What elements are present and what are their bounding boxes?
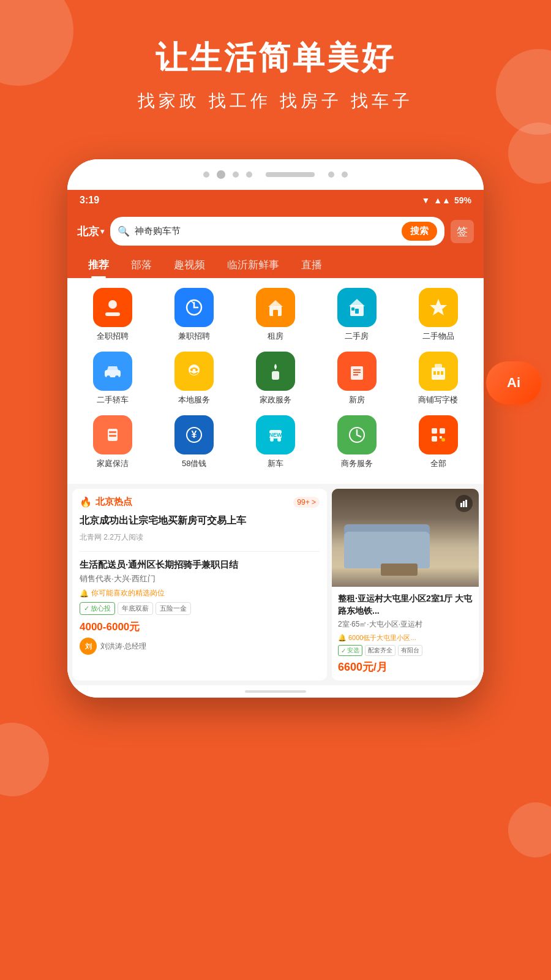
- apartment-card[interactable]: 整租·亚运村大屯里小区2室1厅 大屯路东地铁... 2室·65㎡·大屯小区·亚运…: [332, 489, 479, 680]
- secondhand-goods-icon: [419, 288, 458, 327]
- tag-五险: 五险一金: [156, 602, 191, 615]
- icon-used-car[interactable]: 二手轿车: [79, 352, 146, 405]
- header-subtitle: 找家政 找工作 找房子 找车子: [0, 89, 551, 113]
- sofa-shape: [344, 532, 430, 568]
- table-shape: [381, 564, 418, 576]
- all-label: 全部: [430, 458, 446, 469]
- svg-rect-24: [433, 371, 436, 375]
- icons-grid: 全职招聘 兼职招聘 租房: [67, 278, 484, 484]
- bg-decoration-5: [508, 802, 551, 858]
- fulltime-label: 全职招聘: [97, 331, 129, 342]
- icon-business[interactable]: 商务服务: [323, 415, 391, 469]
- svg-rect-9: [351, 307, 354, 311]
- icon-new-house[interactable]: 新房: [323, 352, 391, 405]
- recruiter-row: 刘 刘洪涛·总经理: [80, 638, 320, 655]
- phone-dot-3: [246, 172, 252, 178]
- news-header: 🔥 北京热点 99+ >: [80, 496, 320, 508]
- svg-marker-10: [430, 299, 447, 315]
- icon-all[interactable]: 全部: [405, 415, 472, 469]
- svg-text:NEW: NEW: [269, 432, 282, 438]
- svg-rect-17: [272, 371, 279, 380]
- loan-label: 58借钱: [182, 458, 206, 469]
- wifi-icon: ▼: [421, 195, 430, 205]
- icon-rent[interactable]: 租房: [242, 288, 309, 342]
- recruiter-name: 刘洪涛·总经理: [100, 641, 146, 652]
- status-time: 3:19: [80, 195, 99, 206]
- icon-new-car[interactable]: NEW 新车: [242, 415, 309, 469]
- local-service-label: 本地服务: [178, 394, 210, 405]
- tab-community[interactable]: 部落: [120, 252, 163, 278]
- avatar: 刘: [80, 638, 97, 655]
- apt-alert: 🔔 6000低于大屯里小区...: [338, 633, 473, 643]
- tag-双薪: 年底双薪: [118, 602, 153, 615]
- main-content: 全职招聘 兼职招聘 租房: [67, 278, 484, 685]
- icon-fulltime[interactable]: 全职招聘: [79, 288, 146, 342]
- icon-housekeeping[interactable]: 家政服务: [242, 352, 309, 405]
- housekeeping-icon: [256, 352, 295, 391]
- svg-point-35: [277, 438, 281, 442]
- business-label: 商务服务: [341, 458, 373, 469]
- svg-rect-23: [435, 364, 442, 370]
- phone-dot-4: [328, 172, 334, 178]
- flame-icon: 🔥: [80, 496, 92, 508]
- job-card: 生活配送员·通州区长期招骑手兼职日结 销售代表·大兴·西红门 🔔 你可能喜欢的精…: [80, 551, 320, 655]
- svg-rect-26: [441, 371, 443, 375]
- check-icon: ✓: [84, 605, 89, 612]
- tab-local-news[interactable]: 临沂新鲜事: [216, 252, 290, 278]
- job-salary: 4000-6000元: [80, 620, 320, 634]
- fulltime-icon: [93, 288, 132, 327]
- phone-frame: 3:19 ▼ ▲▲ 59% 北京 ▾ 🔍 神奇购车节 搜索 签 推荐 部落 趣视…: [67, 159, 484, 698]
- svg-rect-44: [465, 500, 467, 507]
- icons-row-1: 全职招聘 兼职招聘 租房: [67, 288, 484, 342]
- city-selector[interactable]: 北京 ▾: [77, 224, 104, 239]
- tab-recommend[interactable]: 推荐: [77, 252, 120, 278]
- svg-rect-28: [109, 431, 116, 433]
- news-job-card: 🔥 北京热点 99+ > 北京成功出让宗宅地买新房可交易上车 北青网 2.2万人…: [72, 489, 327, 680]
- search-box[interactable]: 🔍 神奇购车节 搜索: [110, 217, 444, 246]
- used-car-label: 二手轿车: [97, 394, 129, 405]
- commercial-icon: [419, 352, 458, 391]
- apt-title: 整租·亚运村大屯里小区2室1厅 大屯路东地铁...: [338, 593, 473, 617]
- business-icon: [337, 415, 377, 454]
- search-icon: 🔍: [118, 225, 130, 237]
- tab-live[interactable]: 直播: [290, 252, 333, 278]
- rent-label: 租房: [268, 331, 283, 342]
- city-name: 北京: [77, 224, 99, 239]
- phone-dot-1: [203, 172, 209, 178]
- apt-details: 2室·65㎡·大屯小区·亚运村: [338, 619, 473, 630]
- ai-fab-button[interactable]: Ai: [486, 361, 541, 404]
- job-title[interactable]: 生活配送员·通州区长期招骑手兼职日结: [80, 558, 320, 571]
- icon-local-service[interactable]: 本地服务: [160, 352, 228, 405]
- apt-info: 整租·亚运村大屯里小区2室1厅 大屯路东地铁... 2室·65㎡·大屯小区·亚运…: [332, 587, 479, 680]
- rent-icon: [256, 288, 295, 327]
- home-indicator: [245, 690, 306, 693]
- sign-in-button[interactable]: 签: [451, 220, 474, 243]
- commercial-label: 商铺写字楼: [418, 394, 458, 405]
- tab-video[interactable]: 趣视频: [163, 252, 216, 278]
- icon-commercial[interactable]: 商铺写字楼: [405, 352, 472, 405]
- svg-rect-5: [273, 310, 278, 316]
- phone-bottom: [67, 685, 484, 698]
- secondhand-house-icon: [337, 288, 377, 327]
- phone-dot-5: [342, 172, 348, 178]
- svg-point-12: [107, 375, 110, 379]
- tag-阳台: 有阳台: [398, 645, 422, 656]
- icon-loan[interactable]: ¥ 58借钱: [160, 415, 228, 469]
- svg-rect-43: [463, 501, 465, 507]
- svg-rect-40: [440, 436, 442, 439]
- icon-secondhand-goods[interactable]: 二手物品: [405, 288, 472, 342]
- secondhand-house-label: 二手房: [345, 331, 369, 342]
- svg-rect-8: [355, 309, 359, 314]
- job-subtitle: 销售代表·大兴·西红门: [80, 573, 320, 584]
- svg-point-34: [270, 438, 274, 442]
- icon-cleaning[interactable]: 家庭保洁: [79, 415, 146, 469]
- secondhand-goods-label: 二手物品: [422, 331, 454, 342]
- navigation-tabs: 推荐 部落 趣视频 临沂新鲜事 直播: [67, 252, 484, 278]
- phone-top-bar: [67, 159, 484, 190]
- sign-icon-label: 签: [457, 224, 468, 239]
- icon-parttime[interactable]: 兼职招聘: [160, 288, 228, 342]
- icon-secondhand-house[interactable]: 二手房: [323, 288, 391, 342]
- news-title[interactable]: 北京成功出让宗宅地买新房可交易上车: [80, 514, 320, 527]
- parttime-icon: [174, 288, 214, 327]
- search-button[interactable]: 搜索: [402, 222, 437, 241]
